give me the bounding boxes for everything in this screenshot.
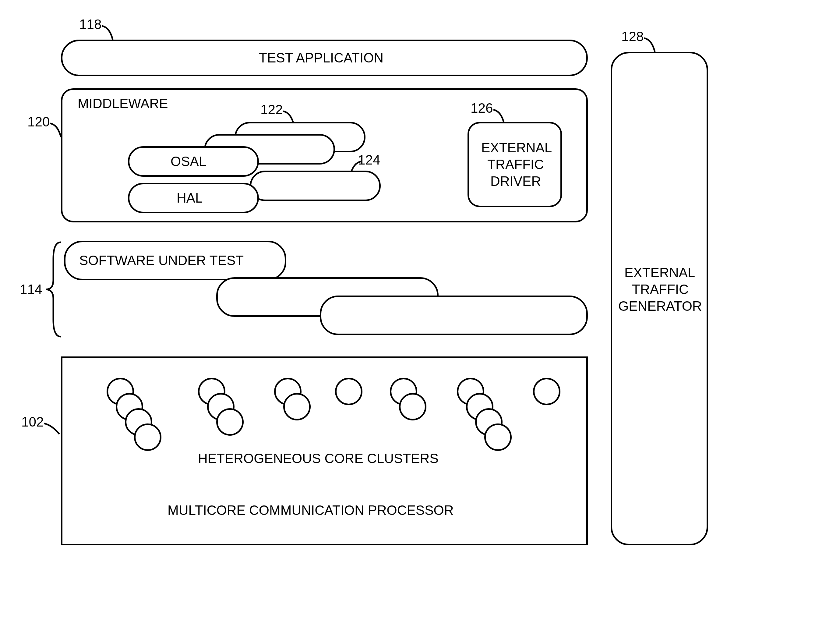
heterogeneous-cores-label: HETEROGENEOUS CORE CLUSTERS — [198, 451, 439, 466]
ref-118: 118 — [79, 17, 101, 32]
ref-128: 128 — [621, 29, 643, 44]
ref-128-tick — [643, 36, 661, 53]
ref-102: 102 — [21, 414, 44, 430]
ext-driver-l1: EXTERNAL — [481, 140, 552, 155]
ext-driver-l2: TRAFFIC — [487, 157, 544, 172]
ref-114: 114 — [20, 282, 42, 297]
brace-114 — [44, 241, 63, 338]
ext-driver-l3: DRIVER — [490, 174, 541, 189]
core-circle — [216, 408, 244, 436]
hal-pill-back — [250, 171, 381, 201]
ref-118-tick — [101, 24, 119, 41]
core-circle — [283, 393, 311, 421]
sut-label: SOFTWARE UNDER TEST — [79, 253, 244, 268]
hal-label: HAL — [177, 191, 203, 206]
ref-122: 122 — [260, 102, 283, 117]
ext-gen-l1: EXTERNAL — [624, 265, 695, 280]
ref-120: 120 — [27, 114, 50, 129]
multicore-processor-label: MULTICORE COMMUNICATION PROCESSOR — [168, 503, 454, 518]
core-circle — [484, 424, 512, 451]
core-circle — [533, 378, 560, 405]
core-circle — [399, 393, 426, 421]
core-circle — [134, 424, 161, 451]
ext-gen-l3: GENERATOR — [618, 299, 702, 314]
ext-gen-l2: TRAFFIC — [632, 282, 689, 297]
middleware-label: MIDDLEWARE — [78, 96, 168, 111]
diagram-canvas: 118 TEST APPLICATION 120 MIDDLEWARE 122 … — [0, 0, 840, 627]
ref-126: 126 — [470, 101, 493, 116]
osal-label: OSAL — [171, 154, 206, 169]
core-circle — [335, 378, 362, 405]
sut-pill-3 — [320, 296, 588, 335]
ref-102-tick — [42, 422, 63, 439]
test-application-label: TEST APPLICATION — [259, 50, 384, 66]
